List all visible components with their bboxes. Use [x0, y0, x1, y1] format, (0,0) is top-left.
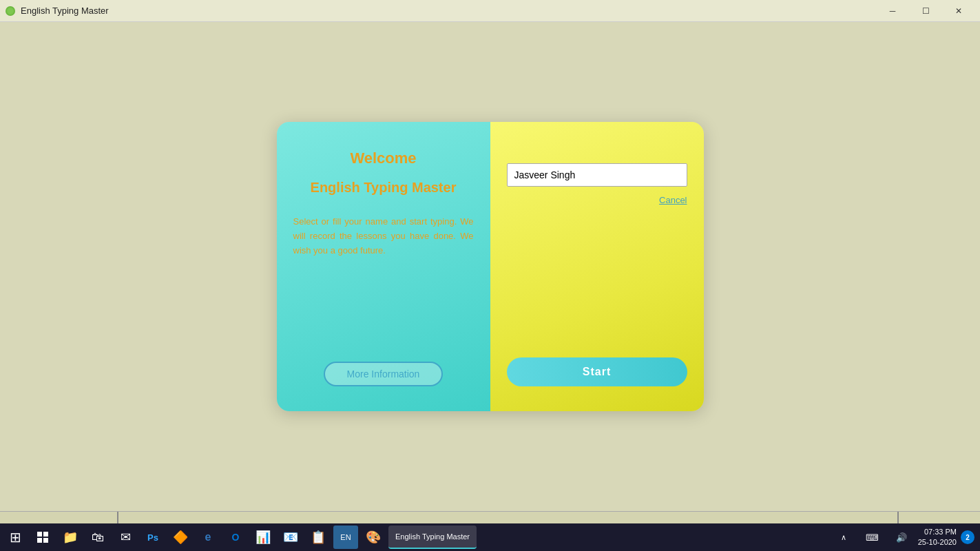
- welcome-description: Select or fill your name and start typin…: [293, 215, 474, 258]
- taskbar-outlook-button[interactable]: O: [223, 526, 248, 549]
- app-icon: [6, 6, 15, 16]
- dialog-card: Welcome English Typing Master Select or …: [277, 122, 704, 411]
- taskbar-store-button[interactable]: 🛍: [85, 526, 110, 549]
- taskbar-folder-button[interactable]: 📁: [58, 526, 83, 549]
- welcome-title: Welcome: [350, 149, 416, 167]
- taskbar-keyboard-button[interactable]: ⌨: [860, 526, 885, 549]
- name-input[interactable]: [507, 163, 687, 187]
- taskbar-app-label: English Typing Master: [395, 532, 470, 541]
- taskbar-lang-button[interactable]: EN: [333, 526, 358, 549]
- taskbar-app4-button[interactable]: 📋: [306, 526, 331, 549]
- start-menu-button[interactable]: ⊞: [3, 526, 28, 549]
- titlebar-left: English Typing Master: [6, 6, 109, 16]
- svg-rect-1: [43, 532, 48, 537]
- minimize-button[interactable]: ─: [877, 0, 908, 22]
- svg-rect-2: [37, 538, 42, 543]
- taskbar-volume-button[interactable]: 🔊: [889, 526, 914, 549]
- close-button[interactable]: ✕: [943, 0, 974, 22]
- main-area: Welcome English Typing Master Select or …: [0, 22, 980, 511]
- titlebar-title: English Typing Master: [21, 6, 109, 16]
- taskbar-app3-button[interactable]: 📧: [278, 526, 303, 549]
- taskbar-app1-button[interactable]: 🔶: [168, 526, 193, 549]
- taskbar-ps-button[interactable]: Ps: [140, 526, 165, 549]
- taskbar-edge-button[interactable]: e: [196, 526, 220, 549]
- more-information-button[interactable]: More Information: [324, 362, 444, 386]
- svg-rect-3: [43, 538, 48, 543]
- clock-time: 07:33 PM: [918, 527, 957, 537]
- left-panel: Welcome English Typing Master Select or …: [277, 122, 490, 411]
- cancel-button[interactable]: Cancel: [507, 195, 687, 205]
- taskbar-chevron-button[interactable]: ∧: [831, 526, 856, 549]
- taskbar-app5-button[interactable]: 🎨: [361, 526, 386, 549]
- right-content: Cancel: [507, 163, 687, 205]
- notification-badge[interactable]: 2: [961, 530, 974, 544]
- taskbar-app-item[interactable]: English Typing Master: [388, 526, 477, 549]
- app-name-label: English Typing Master: [311, 180, 457, 196]
- right-panel: Cancel Start: [490, 122, 704, 411]
- task-view-button[interactable]: [30, 526, 55, 549]
- maximize-button[interactable]: ☐: [910, 0, 941, 22]
- titlebar: English Typing Master ─ ☐ ✕: [0, 0, 980, 22]
- taskbar: ⊞ 📁 🛍 ✉ Ps 🔶 e O 📊 📧 📋 EN 🎨 English Typi…: [0, 523, 980, 551]
- start-button[interactable]: Start: [507, 357, 687, 386]
- clock-date: 25-10-2020: [918, 537, 957, 548]
- taskbar-clock: 07:33 PM 25-10-2020: [918, 527, 957, 548]
- taskbar-mail-button[interactable]: ✉: [113, 526, 138, 549]
- titlebar-controls: ─ ☐ ✕: [877, 0, 974, 22]
- left-content: Welcome English Typing Master Select or …: [293, 149, 474, 258]
- taskbar-app2-button[interactable]: 📊: [251, 526, 275, 549]
- taskbar-right: ∧ ⌨ 🔊 07:33 PM 25-10-2020 2: [831, 526, 977, 549]
- svg-rect-0: [37, 532, 42, 537]
